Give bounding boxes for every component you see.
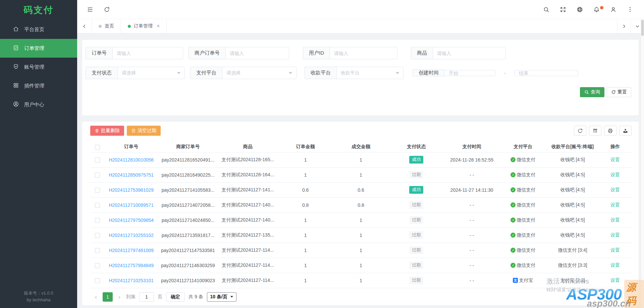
tab-首页[interactable]: 首页: [92, 19, 121, 33]
row-checkbox[interactable]: [95, 278, 100, 283]
select-all-checkbox[interactable]: [95, 145, 100, 150]
reset-button[interactable]: 重置: [607, 87, 631, 97]
select-placeholder: 请选择: [122, 70, 136, 76]
goto-confirm-button[interactable]: 确定: [166, 292, 185, 302]
sidebar-item-订单管理[interactable]: 订单管理: [0, 39, 77, 58]
status-badge: 成功: [409, 186, 423, 194]
row-checkbox[interactable]: [95, 158, 100, 163]
row-settings-link[interactable]: 设置: [610, 187, 620, 192]
tabs-container: 首页订单管理×: [92, 19, 167, 33]
filter-row-1: 订单号商户订单号用户ID商品: [86, 47, 631, 59]
row-checkbox[interactable]: [95, 188, 100, 193]
row-checkbox[interactable]: [95, 173, 100, 178]
refresh-icon[interactable]: [103, 6, 110, 13]
app-logo: 码支付: [0, 0, 77, 20]
select-caret-icon: [177, 72, 180, 74]
search-button[interactable]: 查询: [580, 87, 604, 97]
row-checkbox[interactable]: [95, 218, 100, 223]
clear-document-icon: [131, 128, 136, 133]
order-number-link[interactable]: H2024112710255102: [109, 233, 154, 238]
row-settings-link[interactable]: 设置: [610, 157, 620, 162]
avatar-icon[interactable]: [610, 6, 616, 13]
page-scrollbar[interactable]: [641, 19, 644, 308]
next-page-button[interactable]: ›: [116, 294, 122, 300]
sidebar-item-账号管理[interactable]: 账号管理: [0, 58, 77, 76]
menu-fold-icon[interactable]: [87, 6, 93, 13]
column-header-支付平台: 支付平台: [499, 142, 546, 152]
search-icon[interactable]: [543, 6, 549, 13]
filter-input-用户ID[interactable]: [330, 47, 397, 59]
batch-delete-label: 批量删除: [101, 128, 120, 134]
clear-expired-button[interactable]: 清空过期: [127, 126, 161, 136]
table-tool-print-icon[interactable]: [604, 126, 616, 136]
row-settings-link[interactable]: 设置: [610, 172, 620, 177]
filter-input-订单号[interactable]: [112, 47, 183, 59]
goto-page-input[interactable]: [139, 292, 154, 302]
filter-actions: 查询 重置: [580, 87, 631, 97]
filter-input-商品[interactable]: [433, 47, 506, 59]
order-number-link[interactable]: H2024112850975751: [109, 172, 154, 178]
filter-select-control[interactable]: 请选择: [222, 67, 297, 79]
order-number-link[interactable]: H2024112797481009: [109, 248, 154, 253]
row-checkbox[interactable]: [95, 203, 100, 208]
table-row: H2024112753981029pay2024112714105583...支…: [90, 182, 632, 197]
bell-icon[interactable]: [593, 6, 600, 13]
sidebar-menu: 平台首页订单管理账号管理插件管理用户中心: [0, 20, 77, 114]
table-tool-columns-icon[interactable]: [589, 126, 601, 136]
order-number-link[interactable]: H2024112753981029: [109, 187, 154, 193]
select-placeholder: 请选择: [226, 70, 240, 76]
pay-time: - -: [444, 197, 499, 212]
product-name: 支付测试20241127-114...: [218, 258, 278, 273]
row-checkbox[interactable]: [95, 248, 100, 253]
filter-select-control[interactable]: 请选择: [117, 67, 185, 79]
sidebar-item-插件管理[interactable]: 插件管理: [0, 76, 77, 95]
row-settings-link[interactable]: 设置: [610, 217, 620, 223]
prev-page-button[interactable]: ‹: [93, 294, 99, 300]
order-number-link[interactable]: H2024112810010056: [109, 157, 154, 163]
row-settings-link[interactable]: 设置: [610, 262, 620, 268]
filter-input-商户订单号[interactable]: [225, 47, 289, 59]
scrollbar-thumb[interactable]: [641, 20, 644, 36]
filter-panel: 订单号商户订单号用户ID商品 支付状态请选择支付平台请选择收款平台收款平台 创建…: [82, 40, 639, 115]
orders-table: 订单号商家订单号商品订单金额成交金额支付状态支付时间支付平台收款平台[账号:终端…: [90, 142, 632, 288]
order-number-link[interactable]: H2024112710253101: [109, 278, 154, 283]
tabs-scroll-right-button[interactable]: [617, 19, 631, 33]
receiver-terminal: 微信支付 [3:4]: [546, 243, 598, 258]
row-settings-link[interactable]: 设置: [610, 202, 620, 207]
row-checkbox[interactable]: [95, 263, 100, 268]
row-checkbox[interactable]: [95, 233, 100, 238]
more-icon[interactable]: [627, 6, 633, 13]
row-settings-link[interactable]: 设置: [610, 247, 620, 253]
filter-select-control[interactable]: 收款平台: [336, 67, 404, 79]
page-size-select[interactable]: 10 条/页: [207, 292, 236, 302]
tab-订单管理[interactable]: 订单管理×: [121, 19, 167, 33]
date-start-input[interactable]: [444, 70, 495, 76]
table-tool-export-icon[interactable]: [619, 126, 632, 136]
row-settings-link[interactable]: 设置: [610, 232, 620, 238]
batch-delete-button[interactable]: 批量删除: [90, 126, 124, 136]
current-page-button[interactable]: 1: [103, 292, 113, 302]
total-count-label: 共 9 条: [189, 294, 203, 300]
tab-close-icon[interactable]: ×: [157, 23, 160, 29]
receiver-terminal: 收钱吧 [4:5]: [546, 228, 598, 243]
tabs-scroll-left-button[interactable]: [77, 19, 92, 33]
sidebar-item-平台首页[interactable]: 平台首页: [0, 20, 77, 39]
row-settings-link[interactable]: 设置: [610, 278, 620, 283]
product-name: 支付测试20241127-141...: [218, 182, 278, 197]
sidebar-item-用户中心[interactable]: 用户中心: [0, 95, 77, 114]
table-header-row: 订单号商家订单号商品订单金额成交金额支付状态支付时间支付平台收款平台[账号:终端…: [90, 142, 632, 152]
order-number-link[interactable]: H2024112757994849: [109, 263, 154, 268]
order-number-link[interactable]: H2024112710099571: [109, 202, 154, 208]
pay-time: - -: [444, 273, 499, 288]
topbar-right: [543, 6, 633, 13]
globe-icon[interactable]: [576, 6, 583, 13]
table-row: H2024112850975751pay2024112816490225...支…: [90, 167, 632, 182]
table-tool-refresh-icon[interactable]: [574, 126, 586, 136]
filter-label: 商品: [411, 47, 433, 59]
table-row: H2024112797481009pay202411271147533581支付…: [90, 243, 632, 258]
order-number-link[interactable]: H2024112797509854: [109, 218, 154, 223]
platform-name: 微信支付: [517, 202, 535, 208]
select-placeholder: 收款平台: [341, 70, 360, 76]
date-end-input[interactable]: [515, 70, 578, 76]
fullscreen-icon[interactable]: [559, 6, 566, 13]
